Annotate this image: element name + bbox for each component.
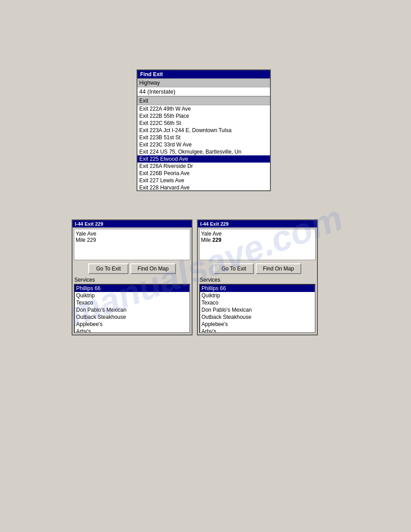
exit-list-item[interactable]: Exit 224 US 75, Okmulgee, Bartlesville, … [137,148,270,155]
exit-list-item[interactable]: Exit 223C 33rd W Ave [137,141,270,148]
bottom-dialogs: I-44 Exit 229 Yale Ave Mile 229 Go To Ex… [72,219,318,335]
exit-list-item[interactable]: Exit 222C 56th St [137,120,270,127]
highway-label: Highway [137,78,270,87]
service-item[interactable]: Arby's [200,328,315,332]
left-services-label: Services [73,276,192,284]
service-item[interactable]: Don Pablo's Mexican [75,306,189,313]
service-item[interactable]: Arby's [75,328,189,332]
highway-input[interactable] [137,87,270,96]
exit-list-item[interactable]: Exit 223A Jct I-244 E, Downtown Tulsa [137,127,270,134]
left-go-to-exit-button[interactable]: Go To Exit [88,263,128,274]
exit-list-item[interactable]: Exit 225 Elwood Ave [137,155,270,163]
exit-list-item[interactable]: Exit 222A 49th W Ave [137,105,270,112]
left-find-on-map-button[interactable]: Find On Map [130,263,176,274]
exit-list-item[interactable]: Exit 228 Harvard Ave [137,184,270,190]
service-item[interactable]: Quiktrip [75,292,189,299]
find-exit-dialog: Find Exit Highway Exit Exit 222A 49th W … [137,69,271,191]
service-item[interactable]: Applebee's [200,321,315,328]
right-dialog-title: I-44 Exit 229 [198,220,317,227]
right-exit-buttons: Go To Exit Find On Map [198,262,317,276]
exit-list-container: Exit 222A 49th W AveExit 222B 55th Place… [137,105,270,190]
exit-list-item[interactable]: Exit 226B Peoria Ave [137,170,270,177]
exit-list-item[interactable]: Exit 226A Riverside Dr [137,163,270,170]
left-exit-mile: Mile 229 [76,237,188,243]
exit-detail-dialog-right: I-44 Exit 229 Yale Ave Mile 229 Go To Ex… [197,219,318,335]
service-item[interactable]: Phillips 66 [75,285,189,292]
service-item[interactable]: Outback Steakhouse [75,313,189,321]
right-exit-info: Yale Ave Mile 229 [199,229,316,260]
right-find-on-map-button[interactable]: Find On Map [256,263,301,274]
left-dialog-title: I-44 Exit 229 [73,220,192,227]
right-go-to-exit-button[interactable]: Go To Exit [214,263,254,274]
exit-list-item[interactable]: Exit 223B 51st St [137,134,270,141]
service-item[interactable]: Quiktrip [200,292,315,299]
right-services-container: Phillips 66QuiktripTexacoDon Pablo's Mex… [199,284,316,333]
right-services-label: Services [198,276,317,284]
exit-list-item[interactable]: Exit 227 Lewis Ave [137,177,270,184]
right-exit-name: Yale Ave [201,231,314,237]
exit-list[interactable]: Exit 222A 49th W AveExit 222B 55th Place… [137,105,270,190]
service-item[interactable]: Texaco [75,299,189,306]
exit-list-item[interactable]: Exit 222B 55th Place [137,112,270,120]
service-item[interactable]: Applebee's [75,321,189,328]
left-exit-buttons: Go To Exit Find On Map [73,262,192,276]
service-item[interactable]: Phillips 66 [200,285,315,292]
service-item[interactable]: Texaco [200,299,315,306]
left-exit-name: Yale Ave [76,231,188,237]
find-exit-title: Find Exit [137,70,270,78]
exit-detail-dialog-left: I-44 Exit 229 Yale Ave Mile 229 Go To Ex… [72,219,193,335]
left-services-container: Phillips 66QuiktripTexacoDon Pablo's Mex… [74,284,190,333]
right-exit-mile: Mile 229 [201,237,314,243]
service-item[interactable]: Outback Steakhouse [200,313,315,321]
left-exit-info: Yale Ave Mile 229 [74,229,190,260]
right-services-list[interactable]: Phillips 66QuiktripTexacoDon Pablo's Mex… [200,285,315,332]
service-item[interactable]: Don Pablo's Mexican [200,306,315,313]
left-services-list[interactable]: Phillips 66QuiktripTexacoDon Pablo's Mex… [75,285,189,332]
exit-section-label: Exit [137,96,270,105]
